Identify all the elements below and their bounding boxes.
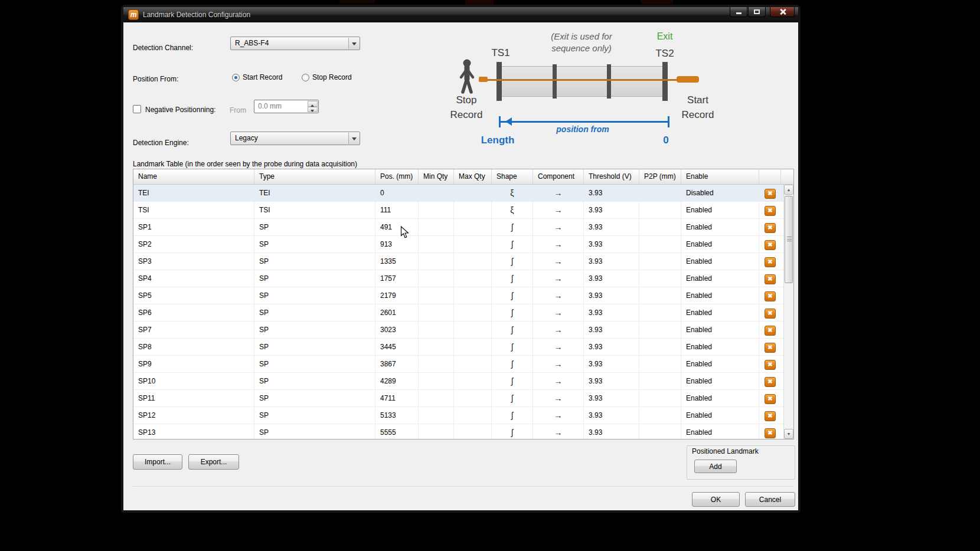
- table-row[interactable]: SP12 SP 5133 ʃ → 3.93 Enabled ✖: [133, 407, 783, 424]
- delete-row-button[interactable]: ✖: [765, 394, 776, 404]
- spin-down-button[interactable]: [308, 107, 318, 113]
- cancel-button[interactable]: Cancel: [745, 492, 795, 507]
- table-row[interactable]: SP1 SP 491 ʃ → 3.93 Enabled ✖: [133, 219, 783, 236]
- delete-row-button[interactable]: ✖: [765, 360, 776, 370]
- window-title: Landmark Detection Configuration: [143, 7, 250, 22]
- column-header-actions[interactable]: [759, 169, 781, 184]
- column-header-component[interactable]: Component: [533, 169, 584, 184]
- cell-type: TEI: [254, 185, 375, 201]
- wire-connector-right: [677, 76, 699, 83]
- import-button[interactable]: Import...: [133, 454, 182, 470]
- add-button[interactable]: Add: [694, 460, 737, 473]
- cell-min-qty: [419, 322, 454, 338]
- delete-row-button[interactable]: ✖: [765, 309, 776, 319]
- delete-row-button[interactable]: ✖: [765, 428, 776, 438]
- detection-channel-select[interactable]: R_ABS-F4: [230, 37, 360, 50]
- component-arrow-icon: →: [533, 356, 584, 372]
- app-logo-letter: m: [130, 11, 137, 19]
- cell-pos: 1335: [375, 253, 419, 270]
- table-row[interactable]: SP6 SP 2601 ʃ → 3.93 Enabled ✖: [133, 304, 783, 322]
- cell-min-qty: [419, 185, 454, 201]
- scroll-down-button[interactable]: ▼: [784, 429, 793, 439]
- cell-max-qty: [454, 202, 492, 218]
- delete-row-button[interactable]: ✖: [765, 240, 776, 250]
- cell-min-qty: [419, 287, 454, 304]
- ts2-label: TS2: [655, 48, 674, 60]
- negative-positioning-checkbox[interactable]: [133, 105, 141, 113]
- delete-row-button[interactable]: ✖: [765, 206, 776, 216]
- table-row[interactable]: SP2 SP 913 ʃ → 3.93 Enabled ✖: [133, 236, 783, 253]
- cell-p2p: [639, 356, 681, 372]
- delete-row-button[interactable]: ✖: [765, 223, 776, 233]
- column-header-p2p-mm[interactable]: P2P (mm): [639, 169, 681, 184]
- cell-pos: 4711: [375, 390, 419, 406]
- cell-p2p: [639, 424, 681, 439]
- column-header-pos-mm[interactable]: Pos. (mm): [375, 169, 419, 184]
- shape-glyph-icon: ξ: [492, 185, 533, 201]
- positioned-landmark-group: Positioned Landmark Add: [687, 445, 795, 480]
- delete-row-button[interactable]: ✖: [765, 257, 776, 267]
- window-controls: [729, 7, 795, 17]
- column-header-max-qty[interactable]: Max Qty: [454, 169, 492, 184]
- column-header-min-qty[interactable]: Min Qty: [419, 169, 454, 184]
- close-button[interactable]: [770, 7, 795, 17]
- column-header-name[interactable]: Name: [133, 169, 254, 184]
- delete-row-button[interactable]: ✖: [765, 411, 776, 421]
- detection-engine-select[interactable]: Legacy: [230, 132, 360, 145]
- cell-p2p: [639, 270, 681, 287]
- cell-type: SP: [254, 356, 375, 372]
- table-row[interactable]: SP8 SP 3445 ʃ → 3.93 Enabled ✖: [133, 339, 783, 356]
- start-record-label-line2: Record: [682, 109, 714, 121]
- cell-threshold: 3.93: [584, 356, 639, 372]
- table-scrollbar[interactable]: ▲ ▼: [783, 185, 793, 439]
- delete-row-button[interactable]: ✖: [765, 377, 776, 387]
- shape-glyph-icon: ʃ: [492, 424, 533, 439]
- delete-row-button[interactable]: ✖: [765, 343, 776, 353]
- delete-row-button[interactable]: ✖: [765, 274, 776, 284]
- column-header-type[interactable]: Type: [254, 169, 375, 184]
- table-row[interactable]: SP9 SP 3867 ʃ → 3.93 Enabled ✖: [133, 356, 783, 373]
- cell-type: SP: [254, 407, 375, 424]
- landmark-table-caption: Landmark Table (in the order seen by the…: [133, 160, 357, 168]
- diagram-note-line2: sequence only): [551, 43, 612, 53]
- delete-row-button[interactable]: ✖: [765, 189, 776, 199]
- spin-up-button[interactable]: [308, 101, 318, 107]
- cell-max-qty: [454, 236, 492, 252]
- cell-enable: Enabled: [681, 339, 759, 355]
- position-from-label: Position From:: [133, 75, 178, 83]
- cell-max-qty: [454, 356, 492, 372]
- column-header-enable[interactable]: Enable: [681, 169, 759, 184]
- export-button[interactable]: Export...: [188, 454, 239, 470]
- table-row[interactable]: TSI TSI 111 ξ → 3.93 Enabled ✖: [133, 202, 783, 219]
- cell-pos: 5133: [375, 407, 419, 424]
- table-row[interactable]: SP4 SP 1757 ʃ → 3.93 Enabled ✖: [133, 270, 783, 287]
- maximize-button[interactable]: [748, 7, 766, 17]
- negative-position-input[interactable]: 0.0 mm: [254, 100, 319, 113]
- delete-row-button[interactable]: ✖: [765, 291, 776, 301]
- table-row[interactable]: SP11 SP 4711 ʃ → 3.93 Enabled ✖: [133, 390, 783, 407]
- column-header-shape[interactable]: Shape: [492, 169, 533, 184]
- cell-p2p: [639, 202, 681, 218]
- titlebar[interactable]: m Landmark Detection Configuration: [123, 7, 798, 22]
- scrollbar-thumb[interactable]: [785, 196, 793, 283]
- diagram-note-line1: (Exit is used for: [551, 31, 612, 41]
- radio-start-record[interactable]: Start Record: [232, 73, 282, 81]
- radio-stop-record[interactable]: Stop Record: [302, 73, 352, 81]
- table-row[interactable]: SP10 SP 4289 ʃ → 3.93 Enabled ✖: [133, 373, 783, 390]
- column-header-threshold-v[interactable]: Threshold (V): [584, 169, 639, 184]
- table-row[interactable]: SP5 SP 2179 ʃ → 3.93 Enabled ✖: [133, 287, 783, 304]
- minimize-button[interactable]: [730, 7, 747, 17]
- cell-pos: 3023: [375, 322, 419, 338]
- delete-row-button[interactable]: ✖: [765, 326, 776, 336]
- table-row[interactable]: SP13 SP 5555 ʃ → 3.93 Enabled ✖: [133, 424, 783, 439]
- cell-p2p: [639, 219, 681, 235]
- scroll-up-button[interactable]: ▲: [784, 185, 793, 195]
- cell-pos: 3445: [375, 339, 419, 355]
- landmark-detection-dialog: m Landmark Detection Configuration Detec…: [121, 5, 801, 513]
- table-row[interactable]: TEI TEI 0 ξ → 3.93 Disabled ✖: [133, 185, 783, 202]
- table-row[interactable]: SP3 SP 1335 ʃ → 3.93 Enabled ✖: [133, 253, 783, 270]
- ok-button[interactable]: OK: [692, 492, 740, 507]
- cell-min-qty: [419, 253, 454, 270]
- table-row[interactable]: SP7 SP 3023 ʃ → 3.93 Enabled ✖: [133, 322, 783, 339]
- background-artifact: [339, 0, 375, 4]
